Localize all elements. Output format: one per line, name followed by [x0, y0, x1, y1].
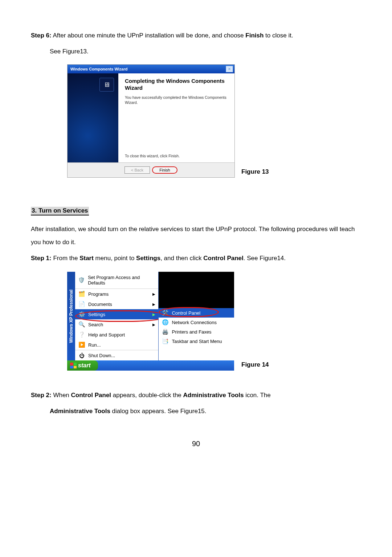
submenu-arrow-icon: ▶ [152, 302, 155, 306]
menu-item-settings[interactable]: ⚙️ Settings ▶ [75, 309, 158, 319]
wizard-close-hint: To close this wizard, click Finish. [125, 154, 228, 158]
run-icon: ▶️ [78, 341, 85, 348]
figure13-label: Figure 13 [241, 168, 269, 175]
search-icon: 🔍 [78, 321, 85, 328]
xp-stripe: Windows XP Professional [67, 272, 75, 360]
menu-label: Set Program Access and Defaults [88, 275, 155, 286]
start-menu-screenshot: Windows XP Professional 🛡️ Set Program A… [67, 272, 234, 371]
finish-button[interactable]: Finish [152, 166, 177, 174]
step6-see: See Figure13. [50, 45, 361, 58]
step2-line1: Step 2: When Control Panel appears, doub… [31, 389, 361, 402]
settings-submenu: 🛠️ Control Panel 🌐 Network Connections 🖨… [158, 272, 234, 360]
wizard-window: Windows Components Wizard × 🖥 Completing… [67, 64, 235, 178]
taskbar: start [67, 360, 234, 371]
step1-line: Step 1: From the Start menu, point to Se… [31, 252, 361, 265]
menu-label: Search [88, 322, 103, 327]
wizard-subtext: You have successfully completed the Wind… [125, 95, 228, 105]
step6-line: Step 6: After about one minute the UPnP … [31, 29, 361, 42]
programs-icon: 🗂️ [78, 290, 85, 298]
documents-icon: 📄 [78, 300, 85, 308]
menu-item-documents[interactable]: 📄 Documents ▶ [75, 299, 158, 309]
submenu-label: Taskbar and Start Menu [172, 339, 222, 344]
submenu-label: Control Panel [172, 310, 200, 316]
menu-item-shutdown[interactable]: ⏻ Shut Down... [75, 350, 158, 360]
power-icon: ⏻ [78, 352, 85, 359]
submenu-label: Network Connections [172, 320, 217, 325]
back-button[interactable]: < Back [124, 166, 150, 174]
submenu-arrow-icon: ▶ [152, 323, 155, 327]
windows-flag-icon [70, 363, 77, 368]
menu-item-run[interactable]: ▶️ Run... [75, 340, 158, 350]
menu-label: Run... [88, 342, 101, 348]
menu-item-search[interactable]: 🔍 Search ▶ [75, 319, 158, 330]
shield-icon: 🛡️ [78, 277, 85, 284]
submenu-item-control-panel[interactable]: 🛠️ Control Panel [159, 308, 234, 318]
submenu-arrow-icon: ▶ [152, 292, 155, 296]
submenu-item-taskbar[interactable]: 📑 Taskbar and Start Menu [159, 336, 234, 346]
settings-icon: ⚙️ [78, 311, 85, 318]
figure14-label: Figure 14 [241, 361, 269, 368]
page-number: 90 [31, 440, 361, 448]
start-button[interactable]: start [67, 360, 98, 371]
menu-label: Help and Support [88, 332, 125, 338]
submenu-label: Printers and Faxes [172, 329, 211, 335]
wizard-side-graphic: 🖥 [68, 73, 118, 162]
start-menu-left: 🛡️ Set Program Access and Defaults 🗂️ Pr… [75, 272, 158, 360]
menu-item-programs[interactable]: 🗂️ Programs ▶ [75, 288, 158, 299]
step2-line2: Administrative Tools dialog box appears.… [50, 405, 361, 418]
start-label: start [78, 362, 91, 369]
close-icon[interactable]: × [226, 66, 233, 72]
wizard-titlebar: Windows Components Wizard × [68, 65, 234, 73]
submenu-item-network[interactable]: 🌐 Network Connections [159, 318, 234, 327]
printer-icon: 🖨️ [162, 328, 169, 335]
menu-label: Shut Down... [88, 353, 115, 358]
wizard-button-bar: < Back Finish [68, 162, 234, 177]
control-panel-icon: 🛠️ [162, 309, 169, 316]
submenu-item-printers[interactable]: 🖨️ Printers and Faxes [159, 327, 234, 336]
menu-item-set-program-access[interactable]: 🛡️ Set Program Access and Defaults [75, 272, 158, 288]
submenu-arrow-icon: ▶ [152, 312, 155, 316]
network-icon: 🌐 [162, 319, 169, 326]
help-icon: ❔ [78, 331, 85, 338]
menu-item-help[interactable]: ❔ Help and Support [75, 330, 158, 340]
wizard-heading: Completing the Windows Components Wizard [125, 78, 228, 92]
after-install-text: After installation, we should turn on th… [31, 223, 361, 249]
taskbar-icon: 📑 [162, 338, 169, 345]
menu-label: Settings [88, 312, 105, 317]
installer-icon: 🖥 [99, 78, 114, 92]
wizard-title-text: Windows Components Wizard [70, 67, 127, 71]
menu-label: Programs [88, 291, 109, 297]
menu-label: Documents [88, 302, 112, 307]
section-heading: 3. Turn on Services [31, 207, 89, 215]
